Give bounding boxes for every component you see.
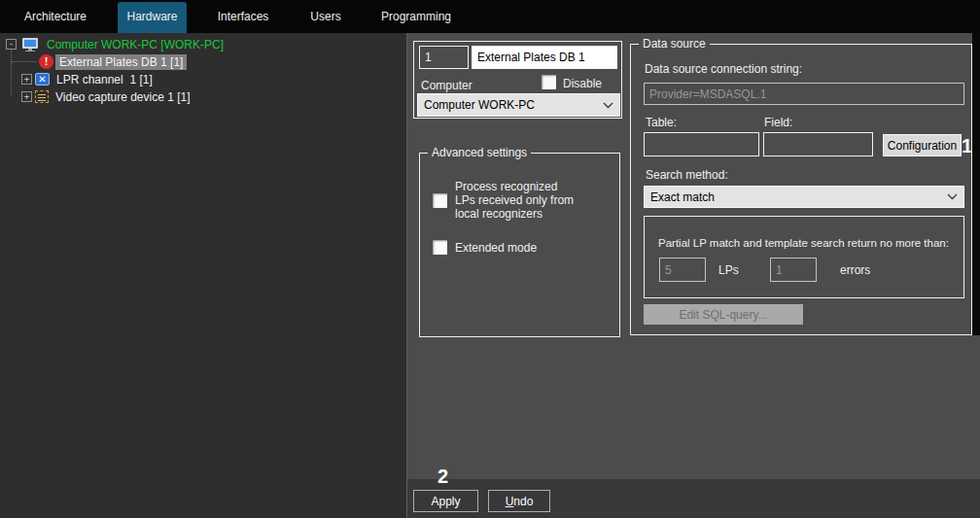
apply-button-label: Apply [414,492,477,511]
tree-item-video-capture-device[interactable]: + Video capture device 1 [1] [21,88,194,105]
computer-label: Computer [421,79,472,92]
tree-item-label[interactable]: Computer WORK-PC [WORK-PC] [43,37,228,52]
tab-users[interactable]: Users [295,0,357,33]
object-name-field[interactable] [472,46,617,69]
process-local-lps-label: Process recognized LPs received only fro… [455,180,579,221]
table-label: Table: [646,116,677,129]
disable-checkbox[interactable] [542,75,556,89]
configuration-button[interactable]: Configuration [883,134,962,156]
field-field[interactable] [763,132,873,156]
undo-button-label: Undo [489,492,549,511]
partial-match-groupbox: Partial LP match and template search ret… [644,216,964,298]
lps-count-field[interactable] [659,258,706,282]
tree-item-label[interactable]: LPR channel 1 [1] [52,72,157,87]
tree-item-label[interactable]: External Plates DB 1 [1] [55,54,187,70]
tab-programming[interactable]: Programming [372,0,460,33]
tree-item-external-plates-db[interactable]: ! External Plates DB 1 [1] [39,53,187,70]
connection-string-field[interactable] [644,83,964,105]
tree-item-label[interactable]: Video capture device 1 [1] [52,89,194,105]
tab-architecture[interactable]: Architecture [10,0,101,33]
computer-select-value: Computer WORK-PC [424,98,535,112]
table-field[interactable] [644,132,759,156]
main-tab-bar: Architecture Hardware Interfaces Users P… [0,0,980,33]
right-edge-strip [972,33,980,335]
partial-match-label: Partial LP match and template search ret… [658,237,949,249]
lpr-channel-icon: ✕ [35,73,50,86]
data-source-title: Data source [639,37,710,51]
search-method-value: Exact match [650,190,715,204]
tab-interfaces[interactable]: Interfaces [204,0,282,33]
edit-sql-query-button[interactable]: Edit SQL-query... [644,304,803,325]
computer-select[interactable]: Computer WORK-PC [417,93,620,117]
chevron-down-icon [603,102,613,109]
apply-button[interactable]: Apply [413,490,478,512]
search-method-select[interactable]: Exact match [644,186,964,208]
tab-hardware[interactable]: Hardware [118,2,187,33]
video-capture-icon [35,90,49,103]
identity-groupbox: Computer Disable Computer WORK-PC [413,41,622,119]
chevron-down-icon [947,193,958,200]
search-method-label: Search method: [646,168,728,182]
process-local-lps-checkbox[interactable] [433,193,447,208]
hardware-tree-panel: - Computer WORK-PC [WORK-PC] ! External … [0,33,406,518]
data-source-groupbox: Data source Data source connection strin… [630,44,972,335]
tree-connector-line [11,50,12,95]
errors-count-field[interactable] [770,258,817,282]
annotation-step-2: 2 [438,466,448,488]
undo-button[interactable]: Undo [488,490,550,512]
extended-mode-checkbox[interactable] [433,240,447,255]
tree-connector-line [12,61,37,62]
disable-label: Disable [563,77,602,90]
connection-string-label: Data source connection string: [645,62,802,76]
collapse-icon[interactable]: - [6,39,17,50]
advanced-settings-title: Advanced settings [428,146,531,159]
expand-icon[interactable]: + [21,91,32,102]
extended-mode-label: Extended mode [455,241,537,255]
annotation-step-1: 1 [962,135,972,157]
field-label: Field: [764,116,792,129]
tree-item-lpr-channel[interactable]: + ✕ LPR channel 1 [1] [21,71,157,87]
advanced-settings-groupbox: Advanced settings Process recognized LPs… [419,153,620,337]
errors-label: errors [840,263,870,277]
expand-icon[interactable]: + [21,74,32,85]
tree-item-computer[interactable]: - Computer WORK-PC [WORK-PC] [6,36,228,52]
error-icon: ! [39,54,53,69]
object-id-field[interactable] [419,46,469,69]
computer-icon [22,38,38,52]
lps-label: LPs [718,263,739,277]
